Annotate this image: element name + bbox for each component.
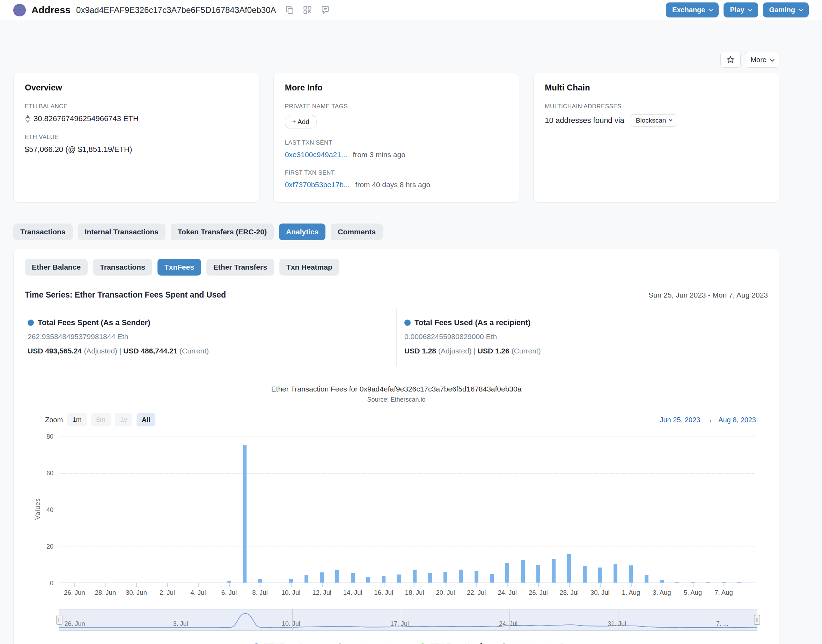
chart-bar[interactable] [444, 572, 447, 583]
subtab-transactions[interactable]: Transactions [93, 259, 152, 276]
more-info-card: More Info PRIVATE NAME TAGS + Add LAST T… [273, 73, 520, 202]
section-title: Time Series: Ether Transaction Fees Spen… [25, 290, 226, 300]
stat-used-eth: 0.000682455980829000 Eth [404, 333, 768, 341]
chart-bar[interactable] [536, 565, 540, 583]
chart-bar[interactable] [320, 572, 324, 583]
stat-used-title: Total Fees Used (As a recipient) [415, 318, 530, 327]
sub-tabs: Ether BalanceTransactionsTxnFeesEther Tr… [25, 259, 768, 276]
analytics-panel: Ether BalanceTransactionsTxnFeesEther Tr… [13, 248, 779, 644]
comment-icon[interactable] [321, 5, 330, 15]
chevron-down-icon [748, 7, 753, 12]
x-tick-mark [106, 583, 106, 587]
x-tick-mark [260, 583, 260, 587]
favorite-button[interactable] [720, 52, 741, 68]
header-actions: ExchangePlayGaming [666, 2, 809, 17]
subtab-txnfees[interactable]: TxnFees [158, 259, 201, 276]
legend-item-eth-fees-spent[interactable]: ETH Fees Spent [254, 642, 318, 644]
chart-bar[interactable] [243, 445, 246, 583]
first-txn-hash-link[interactable]: 0xf7370b53be17b... [285, 181, 350, 189]
chart-bar[interactable] [521, 560, 525, 583]
tab-token-transfers-erc-20[interactable]: Token Transfers (ERC-20) [171, 224, 274, 240]
chart-bar[interactable] [413, 570, 416, 583]
page-title: Address [31, 5, 70, 16]
range-to-input[interactable]: Aug 8, 2023 [718, 416, 756, 424]
chart-navigator[interactable]: 26. Jun3. Jul10. Jul17. Jul24. Jul31. Ju… [59, 609, 758, 631]
x-tick-mark [167, 583, 168, 587]
navigator-left-handle[interactable] [57, 615, 63, 625]
last-txn-hash-link[interactable]: 0xe3100c949a21... [285, 150, 347, 159]
chart-bar[interactable] [305, 575, 308, 583]
last-txn-time: from 3 mins ago [353, 150, 406, 159]
chart-bar[interactable] [289, 579, 293, 583]
chart-bar[interactable] [258, 579, 262, 583]
date-range-picker: Jun 25, 2023 → Aug 8, 2023 [660, 416, 756, 424]
chart-bar[interactable] [614, 564, 617, 583]
subtab-txn-heatmap[interactable]: Txn Heatmap [279, 259, 340, 276]
x-tick-mark [415, 583, 415, 587]
chart-bar[interactable] [552, 559, 556, 583]
range-from-input[interactable]: Jun 25, 2023 [660, 416, 700, 424]
chart-bar[interactable] [583, 566, 587, 583]
chevron-down-icon [770, 57, 775, 62]
chart-bar[interactable] [475, 570, 478, 583]
header-button-gaming[interactable]: Gaming [763, 2, 809, 17]
x-tick-label: 14. Jul [343, 589, 363, 596]
legend-item-eth-fees-used[interactable]: ETH Fees Used [420, 642, 482, 644]
navigator-right-handle[interactable] [754, 615, 760, 625]
chart-bar[interactable] [459, 570, 463, 583]
chart-bar[interactable] [706, 582, 710, 583]
eth-balance-value: 30.826767496254966743 ETH [34, 114, 139, 123]
chart-bar[interactable] [428, 573, 432, 583]
x-tick-mark [445, 583, 446, 587]
x-tick-label: 26. Jul [529, 589, 548, 596]
chart-bar[interactable] [335, 570, 339, 583]
chart-bar[interactable] [397, 575, 401, 583]
subtab-ether-transfers[interactable]: Ether Transfers [207, 259, 274, 276]
chart-bar[interactable] [660, 580, 664, 583]
stat-spent-usd: USD 493,565.24 (Adjusted) | USD 486,744.… [28, 347, 385, 355]
tab-comments[interactable]: Comments [331, 224, 383, 240]
chart-bar[interactable] [366, 577, 370, 583]
legend-item-usd-fees-used[interactable]: USD Fees Used [501, 642, 563, 644]
navigator-label: 3. Jul [173, 620, 188, 627]
legend-label: ETH Fees Spent [264, 642, 318, 644]
chart-bar[interactable] [737, 582, 741, 583]
multichain-addresses-label: MULTICHAIN ADDRESSES [545, 103, 768, 110]
subtab-ether-balance[interactable]: Ether Balance [25, 259, 88, 276]
chart-bar[interactable] [567, 554, 571, 583]
top-bar: Address 0x9ad4EFAF9E326c17c3A7be6F5D1678… [0, 0, 822, 20]
add-name-tag-button[interactable]: + Add [285, 115, 317, 129]
chart-bar[interactable] [675, 582, 679, 583]
header-button-play[interactable]: Play [724, 2, 758, 17]
legend-label: ETH Fees Used [430, 642, 482, 644]
navigator-label: 7. ... [716, 620, 729, 627]
header-button-exchange[interactable]: Exchange [666, 2, 719, 17]
more-info-title: More Info [285, 83, 508, 92]
chart-bar[interactable] [629, 566, 633, 583]
blockscan-dropdown-label: Blockscan [636, 117, 666, 124]
zoom-button-all[interactable]: All [136, 413, 155, 426]
x-tick-mark [600, 583, 601, 587]
chart-bar[interactable] [351, 573, 355, 583]
blockscan-dropdown[interactable]: Blockscan [631, 114, 677, 127]
x-tick-label: 3. Aug [653, 589, 671, 596]
chart-bar[interactable] [382, 576, 386, 583]
multichain-card: Multi Chain MULTICHAIN ADDRESSES 10 addr… [533, 73, 779, 202]
x-tick-label: 10. Jul [282, 589, 301, 596]
tab-internal-transactions[interactable]: Internal Transactions [78, 224, 165, 240]
more-button[interactable]: More [745, 52, 779, 68]
copy-address-icon[interactable] [285, 5, 294, 15]
chart-bar[interactable] [644, 575, 649, 583]
stat-fees-used: Total Fees Used (As a recipient) 0.00068… [396, 309, 779, 366]
chart-bar[interactable] [598, 567, 602, 583]
x-tick-mark [724, 583, 724, 587]
chart-bar[interactable] [490, 574, 494, 583]
chart-bar[interactable] [505, 563, 509, 583]
legend-item-usd-fees-spent[interactable]: USD Fees Spent [337, 642, 401, 644]
tab-analytics[interactable]: Analytics [279, 224, 326, 240]
zoom-button-1m[interactable]: 1m [67, 413, 87, 426]
x-tick-label: 26. Jun [64, 589, 85, 596]
qr-code-icon[interactable] [303, 5, 312, 15]
page-actions-row: More [13, 52, 779, 68]
tab-transactions[interactable]: Transactions [13, 224, 73, 240]
